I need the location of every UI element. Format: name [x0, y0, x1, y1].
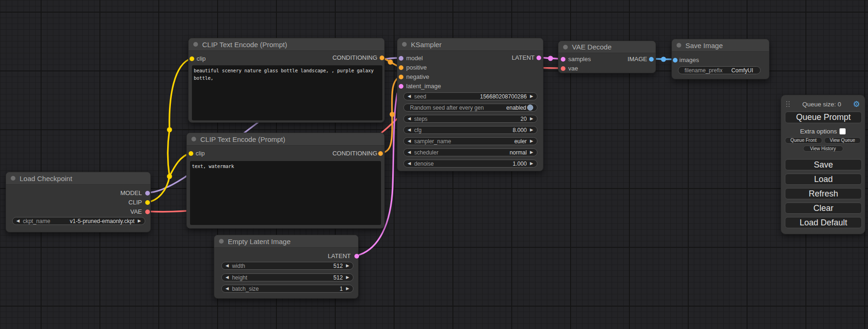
negative-input-port[interactable] [399, 75, 403, 79]
node-load-checkpoint[interactable]: Load Checkpoint MODEL CLIP VAE ◀ ckpt_na… [6, 172, 151, 232]
increment-icon[interactable]: ▶ [530, 150, 533, 154]
widget-label: steps [414, 116, 428, 122]
widget-value: v1-5-pruned-emaonly.ckpt [70, 218, 135, 224]
model-output-port[interactable] [145, 191, 150, 196]
save-button[interactable]: Save [785, 159, 862, 170]
height-widget[interactable]: ◀ height 512 ▶ [221, 273, 353, 281]
conditioning-output-port[interactable] [380, 56, 384, 60]
widget-label: height [232, 274, 247, 281]
node-title-bar[interactable]: Load Checkpoint [6, 172, 150, 185]
clip-input-port[interactable] [190, 56, 194, 61]
gear-icon[interactable]: ⚙ [853, 100, 860, 108]
latent-image-input-port[interactable] [399, 84, 403, 89]
batch-size-widget[interactable]: ◀ batch_size 1 ▶ [221, 285, 353, 293]
node-title-bar[interactable]: KSampler [397, 38, 543, 51]
node-title-bar[interactable]: VAE Decode [558, 41, 656, 53]
cfg-widget[interactable]: ◀ cfg 8.000 ▶ [403, 126, 537, 134]
node-title: CLIP Text Encode (Prompt) [202, 41, 287, 49]
view-history-button[interactable]: View History [803, 146, 843, 152]
node-save-image[interactable]: Save Image images filename_prefix ComfyU… [671, 39, 769, 79]
toggle-icon[interactable] [527, 105, 533, 111]
width-widget[interactable]: ◀ width 512 ▶ [221, 262, 353, 270]
positive-input-port[interactable] [399, 65, 403, 70]
node-title-bar[interactable]: CLIP Text Encode (Prompt) [187, 133, 384, 146]
widget-value: enabled [506, 105, 526, 111]
increment-icon[interactable]: ▶ [346, 275, 349, 280]
prompt-textarea[interactable]: text, watermark [190, 161, 381, 225]
drag-handle-icon[interactable] [786, 101, 790, 107]
steps-widget[interactable]: ◀ steps 20 ▶ [403, 115, 537, 123]
clip-input-port[interactable] [189, 151, 193, 156]
node-clip-text-encode-positive[interactable]: CLIP Text Encode (Prompt) clip CONDITION… [188, 38, 385, 123]
decrement-icon[interactable]: ◀ [16, 219, 20, 223]
sampler-name-widget[interactable]: ◀ sampler_name euler ▶ [403, 137, 537, 145]
increment-icon[interactable]: ▶ [138, 219, 141, 223]
clear-button[interactable]: Clear [785, 203, 862, 214]
scheduler-widget[interactable]: ◀ scheduler normal ▶ [403, 148, 537, 156]
widget-value: 1.000 [513, 161, 527, 167]
node-empty-latent-image[interactable]: Empty Latent Image LATENT ◀ width 512 ▶ … [214, 235, 359, 299]
increment-icon[interactable]: ▶ [530, 139, 533, 143]
port-label: model [406, 55, 423, 62]
node-title-bar[interactable]: Empty Latent Image [214, 235, 358, 248]
node-title-bar[interactable]: Save Image [672, 39, 769, 52]
collapse-dot-icon[interactable] [402, 42, 407, 47]
extra-options-checkbox[interactable] [840, 128, 846, 134]
node-clip-text-encode-negative[interactable]: CLIP Text Encode (Prompt) clip CONDITION… [186, 133, 385, 229]
collapse-dot-icon[interactable] [563, 45, 568, 49]
decrement-icon[interactable]: ◀ [408, 117, 411, 121]
conditioning-output-port[interactable] [378, 151, 383, 156]
increment-icon[interactable]: ▶ [530, 94, 533, 98]
node-ksampler[interactable]: KSampler model positive negative latent_… [397, 38, 543, 171]
vae-output-port[interactable] [145, 210, 150, 214]
port-label: LATENT [328, 253, 351, 259]
collapse-dot-icon[interactable] [219, 239, 224, 244]
load-default-button[interactable]: Load Default [785, 217, 862, 228]
image-output-port[interactable] [649, 57, 654, 62]
widget-label: seed [414, 93, 426, 100]
vae-input-port[interactable] [561, 66, 565, 71]
model-input-port[interactable] [399, 56, 403, 61]
prompt-textarea[interactable]: beautiful scenery nature glass bottle la… [192, 65, 382, 120]
queue-front-button[interactable]: Queue Front [785, 137, 822, 144]
decrement-icon[interactable]: ◀ [408, 139, 411, 143]
node-title: Save Image [685, 42, 723, 49]
seed-widget[interactable]: ◀ seed 156680208700286 ▶ [403, 92, 537, 100]
queue-size-label: Queue size: 0 [790, 101, 853, 108]
collapse-dot-icon[interactable] [11, 176, 15, 181]
latent-output-port[interactable] [354, 254, 359, 259]
ckpt-name-widget[interactable]: ◀ ckpt_name v1-5-pruned-emaonly.ckpt ▶ [12, 217, 145, 225]
increment-icon[interactable]: ▶ [530, 128, 533, 132]
samples-input-port[interactable] [561, 57, 565, 62]
node-title-bar[interactable]: CLIP Text Encode (Prompt) [189, 38, 384, 51]
images-input-port[interactable] [673, 58, 677, 63]
decrement-icon[interactable]: ◀ [226, 275, 229, 280]
increment-icon[interactable]: ▶ [346, 287, 349, 291]
increment-icon[interactable]: ▶ [346, 264, 349, 268]
node-vae-decode[interactable]: VAE Decode samples vae IMAGE [558, 41, 656, 73]
latent-output-port[interactable] [536, 56, 541, 60]
collapse-dot-icon[interactable] [193, 42, 198, 47]
view-queue-button[interactable]: View Queue [824, 137, 861, 144]
node-title: Load Checkpoint [20, 175, 72, 182]
decrement-icon[interactable]: ◀ [226, 287, 229, 291]
random-seed-widget[interactable]: Random seed after every gen enabled [403, 104, 537, 112]
decrement-icon[interactable]: ◀ [226, 264, 229, 268]
increment-icon[interactable]: ▶ [530, 117, 533, 121]
increment-icon[interactable]: ▶ [530, 161, 533, 166]
decrement-icon[interactable]: ◀ [408, 128, 411, 132]
load-button[interactable]: Load [785, 174, 862, 185]
decrement-icon[interactable]: ◀ [408, 94, 411, 98]
link-dot-image [661, 57, 666, 62]
wire-clip-b [168, 130, 169, 176]
port-label: images [679, 57, 699, 63]
refresh-button[interactable]: Refresh [785, 188, 862, 199]
decrement-icon[interactable]: ◀ [408, 161, 411, 166]
filename-prefix-widget[interactable]: filename_prefix ComfyUI [678, 66, 761, 74]
decrement-icon[interactable]: ◀ [408, 150, 411, 154]
clip-output-port[interactable] [145, 200, 150, 205]
collapse-dot-icon[interactable] [191, 137, 196, 141]
denoise-widget[interactable]: ◀ denoise 1.000 ▶ [403, 160, 537, 168]
collapse-dot-icon[interactable] [677, 43, 681, 48]
queue-prompt-button[interactable]: Queue Prompt [785, 112, 862, 123]
